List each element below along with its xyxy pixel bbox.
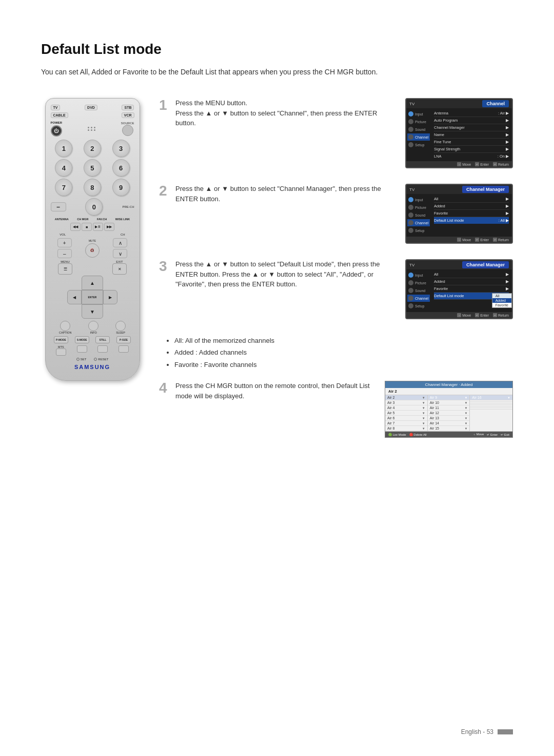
menu-autoprog: Auto Program▶ [434, 117, 509, 124]
psize-btn[interactable]: P-SIZE [116, 336, 131, 343]
dpad-down-btn[interactable]: ▼ [82, 304, 103, 319]
num-8-btn[interactable]: 8 [84, 179, 101, 196]
num-7-btn[interactable]: 7 [55, 179, 72, 196]
menu-antenna: Antenna: Air ▶ [434, 110, 509, 117]
num-4-btn[interactable]: 4 [55, 159, 72, 177]
s2-footer-move: Move [462, 238, 471, 242]
step-4: 4 Press the CH MGR button on the remote … [159, 381, 513, 438]
ff-btn[interactable]: ▶▶ [104, 223, 114, 231]
s3-footer-return: Return [498, 314, 509, 317]
num-5-btn[interactable]: 5 [84, 159, 101, 177]
vol-down-btn[interactable]: – [57, 249, 72, 258]
ch-label: CH [121, 233, 125, 236]
stb-mode-btn[interactable]: STB [122, 105, 134, 110]
dvd-mode-btn[interactable]: DVD [85, 105, 97, 110]
page-title: Default List mode [41, 41, 513, 57]
menu-lna: LNA: On ▶ [434, 153, 509, 160]
sidebar-picture: Picture [407, 118, 430, 125]
ch-air7: Air 7▼ [385, 421, 427, 426]
step-1: 1 Press the MENU button.Press the ▲ or ▼… [159, 98, 513, 168]
btn-oval1[interactable] [77, 345, 87, 353]
screen3-header: Channel Manager [462, 261, 509, 268]
vcr-mode-btn[interactable]: VCR [122, 112, 134, 118]
cable-mode-btn[interactable]: CABLE [51, 112, 68, 118]
num-3-btn[interactable]: 3 [112, 140, 130, 157]
dash-btn[interactable]: – [51, 202, 66, 211]
num-6-btn[interactable]: 6 [112, 159, 130, 177]
ch-air16: Air 16▼ [470, 395, 512, 400]
s2-menu-defaultlist: Default List mode: All ▶ [434, 217, 509, 224]
source-btn[interactable] [122, 125, 133, 136]
step-1-screen: TV Channel Input Pic [405, 98, 513, 168]
s2-footer-return: Return [498, 238, 509, 242]
menu-btn[interactable]: ☰ [58, 263, 72, 275]
sleep-label: SLEEP [116, 331, 125, 334]
s4-footer-exit: ↩ Exit [501, 433, 509, 436]
steps-section: 1 Press the MENU button.Press the ▲ or ▼… [159, 98, 513, 453]
ch-air13: Air 13▼ [428, 416, 470, 421]
ch-air3: Air 3▼ [385, 400, 427, 405]
play-btn[interactable]: ▶⏸ [93, 223, 103, 231]
stop-btn[interactable]: ■ [82, 223, 92, 231]
remote-control: TV DVD STB CABLE VCR POWER ⏻ [41, 98, 144, 381]
ch-empty6 [470, 408, 512, 410]
tv-mode-btn[interactable]: TV [51, 105, 61, 110]
sleep-btn[interactable] [115, 321, 126, 331]
dpad-right-btn[interactable]: ▶ [103, 290, 117, 304]
page-number: English - 53 [461, 728, 513, 735]
s3-menu-all: All▶ [434, 271, 509, 278]
screen2-tv-label: TV [409, 187, 414, 192]
ch-down-btn[interactable]: ∨ [113, 249, 127, 258]
power-btn[interactable]: ⏻ [51, 125, 62, 137]
sidebar-channel: Channel [407, 133, 430, 141]
exit-btn[interactable]: ✕ [112, 263, 127, 275]
mute-btn[interactable]: 🔇 [85, 243, 100, 258]
smode-btn[interactable]: S-MODE [75, 336, 89, 343]
ch-air15: Air 15▼ [428, 426, 470, 431]
ch-air5: Air 5▼ [385, 411, 427, 416]
caption-btn[interactable] [60, 321, 70, 331]
bullet-all: All: All of the memorized channels [174, 335, 513, 346]
s4-footer-move: ⬦ Move [473, 433, 484, 436]
vol-up-btn[interactable]: + [57, 238, 72, 247]
reset-label: RESET [98, 358, 108, 361]
btn-oval3[interactable] [118, 345, 129, 353]
num-1-btn[interactable]: 1 [55, 140, 72, 157]
still-btn[interactable]: STILL [95, 336, 110, 343]
dpad-left-btn[interactable]: ◀ [67, 290, 82, 304]
mute-label: MUTE [89, 239, 96, 242]
s2-sidebar-channel: Channel [407, 219, 430, 226]
rewind-btn[interactable]: ◀◀ [70, 223, 81, 231]
footer-return: Return [498, 163, 509, 166]
s2-menu-favorite: Favorite▶ [434, 210, 509, 217]
btn-oval2[interactable] [97, 345, 108, 353]
ch-air9: Air 9▼ [428, 395, 470, 400]
step-1-text: Press the MENU button.Press the ▲ or ▼ b… [175, 98, 395, 128]
ch-air12: Air 12▼ [428, 411, 470, 416]
reset-radio[interactable]: RESET [94, 358, 108, 361]
num-2-btn[interactable]: 2 [84, 140, 101, 157]
step-3-text: Press the ▲ or ▼ button to select "Defau… [175, 259, 395, 289]
enter-btn[interactable]: ENTER [82, 290, 103, 304]
s3-sidebar-setup: Setup [407, 302, 430, 309]
s3-sidebar-sound: Sound [407, 287, 430, 294]
s3-menu-added: Added▶ [434, 278, 509, 285]
dpad-up-btn[interactable]: ▲ [82, 276, 103, 290]
s3-footer-enter: Enter [480, 314, 489, 317]
bullet-added: Added : Added channels [174, 346, 513, 358]
num-9-btn[interactable]: 9 [112, 179, 130, 196]
step-4-text: Press the CH MGR button on the remote co… [175, 381, 374, 401]
menu-finetune: Fine Tune▶ [434, 139, 509, 146]
s3-menu-favorite: Favorite▶ [434, 285, 509, 293]
mts-btn[interactable] [56, 348, 66, 356]
num-0-btn[interactable]: 0 [85, 198, 103, 216]
pmode-btn[interactable]: P-MODE [54, 336, 68, 343]
s2-footer-enter: Enter [480, 238, 489, 242]
info-btn[interactable] [88, 321, 98, 331]
set-radio[interactable]: SET [76, 358, 87, 361]
ch-air11: Air 11▼ [428, 405, 470, 411]
step-2-text: Press the ▲ or ▼ button to select "Chann… [175, 184, 395, 204]
dropdown-added: Added [492, 298, 511, 303]
s2-sidebar-setup: Setup [407, 227, 430, 234]
ch-up-btn[interactable]: ∧ [113, 238, 127, 247]
